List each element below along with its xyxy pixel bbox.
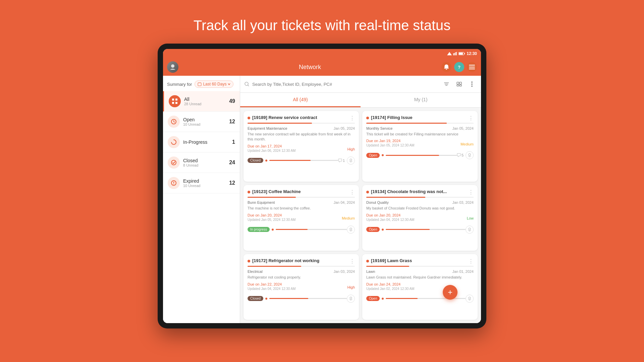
svg-point-47 — [350, 297, 352, 299]
more-options-button[interactable] — [467, 79, 477, 89]
ticket-status-badge: Open — [366, 153, 380, 158]
ticket-card-3[interactable]: [19134] Chocolate frosting was not... ⋮ … — [362, 185, 478, 251]
tab-all[interactable]: All (49) — [240, 93, 361, 107]
sidebar-item-expired[interactable]: Expired 10 Unread 12 — [163, 173, 240, 193]
ticket-due: Due on Jan 20, 2024 — [366, 213, 414, 217]
audio-btn[interactable] — [466, 295, 474, 303]
audio-btn[interactable] — [466, 151, 474, 159]
ticket-more-btn[interactable]: ⋮ — [468, 189, 474, 195]
open-label: Open — [183, 117, 226, 122]
ticket-more-btn[interactable]: ⋮ — [468, 258, 474, 264]
ticket-due: Due on Jan 24, 2024 — [366, 282, 414, 286]
ticket-dot — [366, 191, 369, 193]
expired-icon — [168, 177, 180, 189]
search-bar — [240, 76, 481, 93]
ticket-more-btn[interactable]: ⋮ — [350, 189, 355, 195]
footer-dot — [265, 298, 267, 300]
svg-rect-33 — [460, 82, 462, 84]
ticket-desc: This ticket will be created for Filling … — [366, 132, 474, 137]
closed-sub: 8 Unread — [183, 163, 226, 167]
ticket-card-2[interactable]: [19123] Coffee Machine ⋮ Bunn Equipment … — [244, 185, 359, 251]
ticket-category: Donut Quality — [366, 200, 389, 204]
ticket-date: Jan 05, 2024 — [452, 126, 474, 130]
ticket-status-badge: Open — [366, 227, 380, 232]
ticket-card-0[interactable]: [19189] Renew service contract ⋮ Equipme… — [244, 111, 359, 182]
svg-point-8 — [171, 64, 174, 68]
audio-btn[interactable] — [347, 226, 355, 234]
svg-rect-34 — [457, 85, 459, 86]
notifications-button[interactable] — [441, 62, 451, 72]
ticket-priority: High — [347, 147, 355, 151]
status-progress-bar — [386, 229, 466, 230]
sidebar-item-closed[interactable]: Closed 8 Unread 24 — [163, 153, 240, 173]
ticket-more-btn[interactable]: ⋮ — [350, 115, 355, 121]
svg-marker-0 — [447, 52, 452, 55]
closed-text: Closed 8 Unread — [183, 158, 226, 167]
audio-btn[interactable] — [466, 226, 474, 234]
open-count: 12 — [229, 119, 235, 125]
filter-btn-2[interactable] — [454, 79, 464, 89]
audio-btn[interactable] — [347, 295, 355, 303]
svg-rect-6 — [464, 53, 465, 54]
all-text: All 28 Unread — [184, 97, 226, 106]
ticket-card-1[interactable]: [19174] Filling Issue ⋮ Monthly Service … — [362, 111, 478, 182]
tab-my[interactable]: My (1) — [361, 93, 481, 107]
menu-button[interactable] — [467, 62, 477, 72]
closed-icon — [168, 157, 180, 169]
date-filter-label: Last 60 Days — [203, 82, 226, 86]
ticket-status-badge: Open — [366, 296, 380, 301]
ticket-status-badge: Closed — [248, 296, 263, 301]
all-count: 49 — [229, 98, 235, 104]
sidebar-item-all[interactable]: All 28 Unread 49 — [163, 91, 240, 112]
ticket-card-4[interactable]: [19172] Refrigerator not working ⋮ Elect… — [244, 254, 359, 320]
filter-btn-1[interactable] — [441, 79, 451, 89]
ticket-title: [19134] Chocolate frosting was not... — [371, 189, 466, 194]
ticket-updated: Updated Jan 02, 2024 12:30 AM — [366, 287, 414, 291]
sidebar-item-in-progress[interactable]: In-Progress 1 — [163, 132, 240, 153]
ticket-progress-bar — [366, 266, 474, 267]
help-button[interactable]: ? — [454, 62, 464, 72]
audio-btn[interactable] — [347, 157, 355, 165]
ticket-updated: Updated Jan 04, 2024 12:30 AM — [366, 218, 414, 222]
footer-dot — [382, 229, 384, 231]
ticket-priority: Low — [467, 216, 474, 220]
expired-label: Expired — [183, 178, 226, 184]
svg-point-36 — [471, 81, 473, 83]
time-display: 12:30 — [467, 51, 477, 56]
avatar[interactable] — [167, 61, 178, 73]
expired-sub: 10 Unread — [183, 184, 226, 188]
svg-rect-12 — [198, 83, 201, 86]
ticket-more-btn[interactable]: ⋮ — [468, 115, 474, 121]
ticket-title: [19169] Lawn Grass — [371, 258, 466, 263]
ticket-more-btn[interactable]: ⋮ — [350, 258, 355, 264]
ticket-due: Due on Jan 17, 2024 — [248, 144, 296, 148]
status-bar: 12:30 — [163, 49, 481, 58]
header-actions: ? — [441, 62, 477, 72]
open-text: Open 10 Unread — [183, 117, 226, 126]
ticket-dot — [366, 260, 369, 262]
date-filter[interactable]: Last 60 Days — [195, 80, 233, 88]
ticket-desc: My basket of Chocolate Frosted Donuts wa… — [366, 206, 474, 211]
svg-rect-15 — [172, 99, 174, 101]
in-progress-label: In-Progress — [183, 139, 229, 145]
ticket-due: Due on Jan 20, 2024 — [248, 213, 296, 217]
comment-count: 1 — [338, 159, 345, 163]
ticket-desc: Refrigerator not cooling properly. — [248, 275, 355, 280]
svg-point-37 — [471, 83, 473, 85]
sidebar-item-open[interactable]: Open 10 Unread 12 — [163, 112, 240, 132]
svg-rect-7 — [459, 53, 463, 55]
svg-rect-32 — [457, 82, 459, 84]
search-input[interactable] — [252, 82, 439, 87]
closed-count: 24 — [229, 160, 235, 166]
ticket-desc: The new service contract will be applica… — [248, 132, 355, 142]
ticket-updated: Updated Jan 04, 2024 12:30 AM — [248, 287, 296, 291]
svg-rect-10 — [469, 67, 475, 67]
add-ticket-fab[interactable]: + — [443, 285, 458, 300]
ticket-status-badge: Closed — [248, 158, 263, 163]
ticket-card-5[interactable]: [19169] Lawn Grass ⋮ Lawn Jan 01, 2024 L… — [362, 254, 478, 320]
ticket-dot — [248, 191, 250, 193]
all-icon — [169, 95, 181, 107]
ticket-desc: The machine is not brewing the coffee. — [248, 206, 355, 211]
main-content: Summary for Last 60 Days All 28 Unread — [163, 76, 481, 323]
ticket-status-badge: In progress — [248, 227, 270, 232]
